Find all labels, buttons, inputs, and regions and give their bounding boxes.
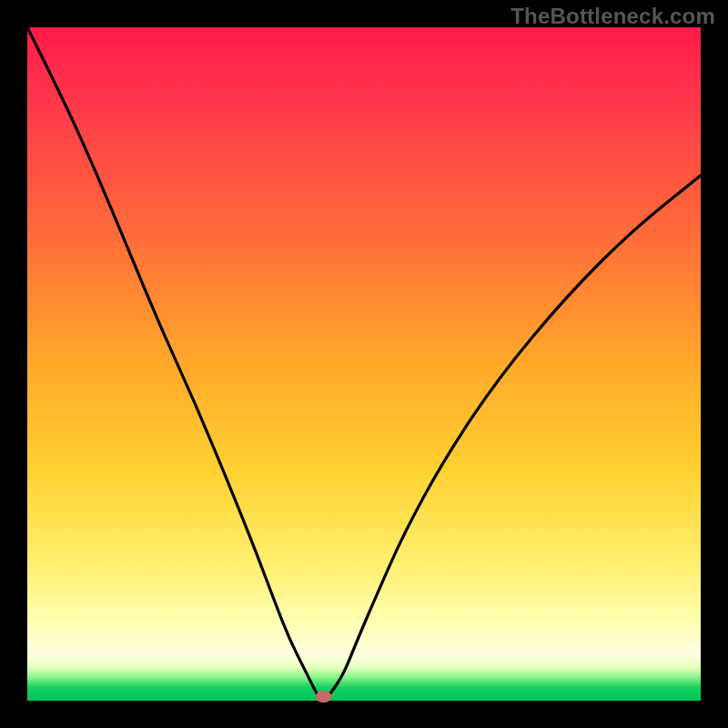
curve-svg [27,27,701,701]
plot-area [27,27,701,701]
chart-frame: TheBottleneck.com [0,0,728,728]
bottleneck-curve [27,27,701,699]
watermark-text: TheBottleneck.com [511,4,715,29]
optimum-marker [316,691,332,703]
